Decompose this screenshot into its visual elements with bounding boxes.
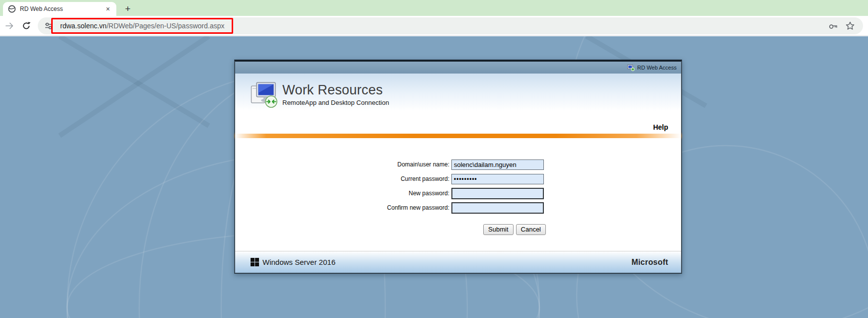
reload-icon[interactable] xyxy=(21,20,32,31)
current-password-input[interactable] xyxy=(451,174,544,184)
window-footer: Windows Server 2016 Microsoft xyxy=(235,251,681,273)
browser-tab[interactable]: RD Web Access × xyxy=(3,2,116,16)
windows-logo-icon xyxy=(251,258,259,266)
username-input[interactable] xyxy=(451,159,544,170)
new-password-label: New password: xyxy=(235,190,451,197)
url-text[interactable]: rdwa.solenc.vn/RDWeb/Pages/en-US/passwor… xyxy=(60,22,828,30)
rdweb-window: RD Web Access Work Resou xyxy=(234,60,682,274)
url-path: /RDWeb/Pages/en-US/password.aspx xyxy=(106,22,224,30)
confirm-password-input[interactable] xyxy=(451,202,544,214)
new-password-input[interactable] xyxy=(451,188,544,199)
bookmark-star-icon[interactable] xyxy=(845,21,855,31)
globe-favicon-icon xyxy=(8,5,16,13)
header: Work Resources RemoteApp and Desktop Con… xyxy=(235,74,681,134)
cancel-button[interactable]: Cancel xyxy=(516,224,546,235)
close-tab-icon[interactable]: × xyxy=(103,4,112,13)
new-tab-button[interactable]: + xyxy=(121,2,134,15)
page-background: RD Web Access Work Resou xyxy=(0,36,868,318)
site-settings-icon[interactable] xyxy=(44,21,53,30)
password-form: Domain\user name: Current password: New … xyxy=(235,138,681,251)
password-key-icon[interactable] xyxy=(828,21,838,31)
confirm-password-label: Confirm new password: xyxy=(235,204,451,211)
page-subtitle: RemoteApp and Desktop Connection xyxy=(282,99,389,106)
rdweb-mini-icon xyxy=(627,65,635,71)
orange-divider xyxy=(235,134,681,138)
current-password-label: Current password: xyxy=(235,175,451,182)
submit-button[interactable]: Submit xyxy=(483,224,513,235)
window-titlebar: RD Web Access xyxy=(235,62,681,74)
forward-icon[interactable] xyxy=(4,20,15,31)
page-title: Work Resources xyxy=(282,82,389,97)
address-bar[interactable]: rdwa.solenc.vn/RDWeb/Pages/en-US/passwor… xyxy=(38,17,863,34)
titlebar-label: RD Web Access xyxy=(637,65,677,71)
remoteapp-monitor-icon xyxy=(251,81,278,108)
help-link[interactable]: Help xyxy=(653,123,668,131)
browser-toolbar: rdwa.solenc.vn/RDWeb/Pages/en-US/passwor… xyxy=(0,16,868,36)
microsoft-logo: Microsoft xyxy=(631,258,668,267)
tab-strip: RD Web Access × + xyxy=(0,0,868,16)
username-label: Domain\user name: xyxy=(235,161,451,168)
url-domain: rdwa.solenc.vn xyxy=(60,22,106,30)
tab-title: RD Web Access xyxy=(20,5,103,12)
os-label: Windows Server 2016 xyxy=(262,258,336,266)
